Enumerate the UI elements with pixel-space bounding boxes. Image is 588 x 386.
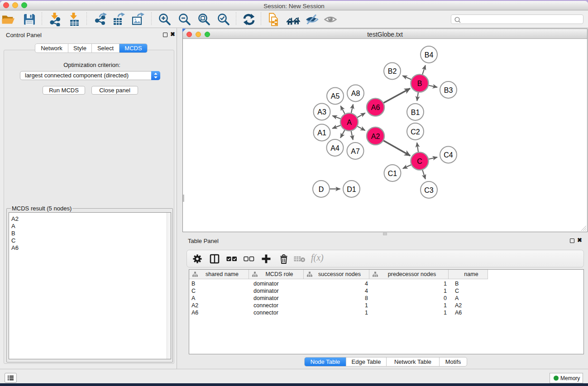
svg-text:C3: C3: [424, 186, 434, 194]
svg-text:A3: A3: [317, 108, 326, 116]
svg-text:A5: A5: [331, 92, 340, 100]
svg-text:B2: B2: [388, 67, 397, 75]
svg-text:B3: B3: [444, 86, 453, 94]
svg-text:A8: A8: [351, 90, 360, 97]
svg-text:A6: A6: [371, 104, 380, 111]
svg-text:A4: A4: [330, 144, 339, 152]
svg-text:D: D: [319, 186, 324, 193]
svg-text:B: B: [417, 80, 422, 87]
svg-text:A2: A2: [371, 133, 380, 140]
svg-text:D1: D1: [347, 186, 356, 193]
svg-text:C4: C4: [444, 151, 453, 159]
svg-text:C2: C2: [411, 128, 420, 136]
svg-text:B4: B4: [425, 51, 434, 59]
svg-text:B1: B1: [411, 109, 420, 116]
svg-text:A1: A1: [317, 129, 326, 137]
svg-text:A: A: [347, 119, 352, 126]
svg-text:A7: A7: [351, 148, 360, 155]
svg-text:C1: C1: [388, 170, 397, 177]
svg-text:C: C: [417, 157, 422, 165]
